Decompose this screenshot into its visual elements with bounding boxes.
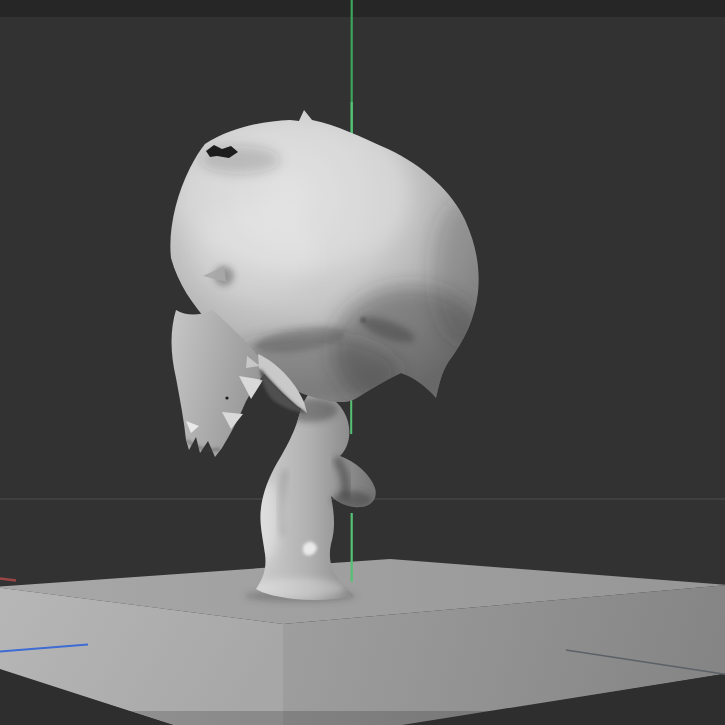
mesh-pore: [225, 396, 228, 399]
3d-viewport[interactable]: [0, 0, 725, 725]
viewport-header-strip: [0, 0, 725, 17]
